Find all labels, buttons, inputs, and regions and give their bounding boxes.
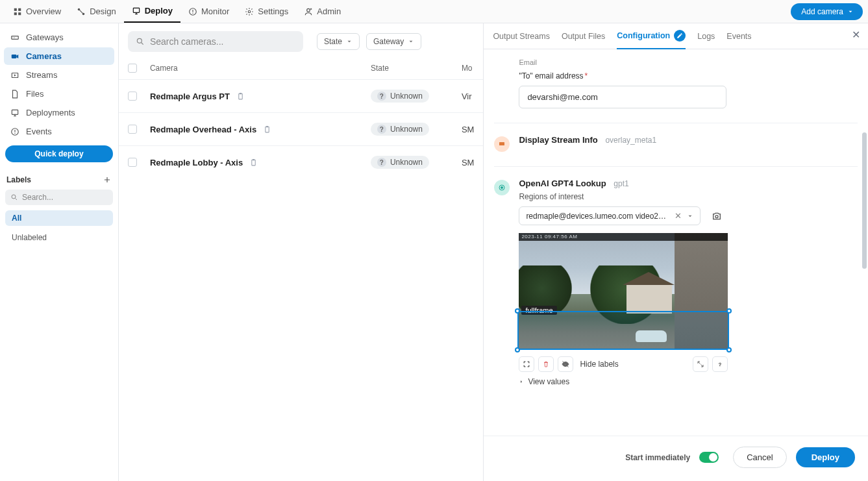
gpt-node-sub: gpt1 bbox=[614, 179, 628, 188]
hide-labels-toggle[interactable] bbox=[558, 356, 573, 372]
select-all-checkbox[interactable] bbox=[128, 64, 137, 73]
roi-preview[interactable]: 2023-11 09:47:56 AM fullframe bbox=[519, 233, 728, 350]
deploy-button[interactable]: Deploy bbox=[796, 447, 855, 467]
quick-deploy-button[interactable]: Quick deploy bbox=[5, 145, 113, 162]
search-cameras-input[interactable]: Search cameras... bbox=[128, 31, 303, 52]
label-all[interactable]: All bbox=[5, 210, 113, 226]
view-values-toggle[interactable]: View values bbox=[519, 377, 858, 386]
chevron-right-icon bbox=[519, 379, 524, 384]
table-row[interactable]: Redmaple Lobby - Axis ? Unknown SM bbox=[119, 145, 484, 179]
cancel-button[interactable]: Cancel bbox=[733, 447, 786, 468]
panel-scrollbar[interactable] bbox=[862, 55, 867, 403]
chevron-down-icon[interactable] bbox=[687, 213, 693, 219]
svg-point-22 bbox=[137, 38, 142, 43]
roi-select[interactable]: redmaple@devices.lumeo.com video23-11-05… bbox=[519, 206, 701, 225]
model-text: SM bbox=[462, 125, 475, 134]
label-unlabeled[interactable]: Unlabeled bbox=[5, 230, 113, 245]
sidebar-item-events[interactable]: Events bbox=[4, 123, 114, 140]
gpt-node-icon bbox=[494, 180, 510, 195]
state-badge: ? Unknown bbox=[371, 90, 429, 103]
filter-state-label: State bbox=[324, 37, 342, 46]
edit-badge-icon bbox=[674, 30, 686, 42]
sidebar-item-gateways[interactable]: Gateways bbox=[4, 29, 114, 46]
deploy-icon bbox=[132, 6, 141, 16]
nav-deploy[interactable]: Deploy bbox=[124, 0, 180, 23]
state-text: Unknown bbox=[390, 125, 423, 134]
svg-point-10 bbox=[249, 10, 251, 13]
tab-events[interactable]: Events bbox=[726, 32, 751, 47]
email-field-label: "To" email address* bbox=[519, 71, 858, 80]
add-camera-button[interactable]: Add camera bbox=[791, 3, 863, 20]
roi-handle-tr[interactable] bbox=[726, 308, 732, 314]
expand-button[interactable] bbox=[693, 356, 708, 372]
gpt-lookup-node: OpenAI GPT4 Lookup gpt1 Regions of inter… bbox=[494, 179, 858, 386]
sidebar-item-streams[interactable]: Streams bbox=[4, 66, 114, 84]
clipboard-icon[interactable] bbox=[263, 125, 271, 134]
tab-output-streams[interactable]: Output Streams bbox=[493, 32, 550, 47]
roi-clear-icon[interactable]: ✕ bbox=[675, 211, 682, 221]
sidebar-item-files[interactable]: Files bbox=[4, 85, 114, 103]
camera-icon bbox=[10, 52, 19, 61]
sidebar-item-cameras[interactable]: Cameras bbox=[4, 47, 114, 65]
tab-configuration[interactable]: Configuration bbox=[617, 30, 686, 49]
roi-rectangle[interactable] bbox=[517, 311, 729, 350]
events-icon bbox=[10, 127, 19, 136]
admin-icon bbox=[304, 7, 313, 16]
nav-deploy-label: Deploy bbox=[145, 6, 173, 16]
svg-rect-6 bbox=[133, 8, 139, 12]
table-row[interactable]: Redmaple Overhead - Axis ? Unknown SM bbox=[119, 112, 484, 145]
svg-text:?: ? bbox=[719, 362, 721, 367]
start-immediately-label: Start immediately bbox=[625, 453, 690, 462]
clipboard-icon[interactable] bbox=[249, 158, 258, 167]
email-input[interactable] bbox=[519, 86, 726, 108]
snapshot-button[interactable] bbox=[708, 208, 725, 225]
nav-admin[interactable]: Admin bbox=[296, 0, 349, 23]
svg-rect-24 bbox=[240, 93, 242, 94]
tab-output-files[interactable]: Output Files bbox=[562, 32, 605, 47]
svg-rect-15 bbox=[12, 55, 17, 58]
nav-monitor[interactable]: Monitor bbox=[180, 0, 237, 23]
sidebar-label-streams: Streams bbox=[26, 70, 57, 80]
state-badge: ? Unknown bbox=[371, 123, 429, 136]
filter-gateway[interactable]: Gateway bbox=[366, 33, 421, 50]
nav-settings[interactable]: Settings bbox=[237, 0, 296, 23]
row-checkbox[interactable] bbox=[128, 125, 137, 134]
fit-button[interactable] bbox=[519, 356, 534, 372]
row-checkbox[interactable] bbox=[128, 92, 137, 101]
question-icon: ? bbox=[377, 92, 386, 101]
labels-search[interactable]: Search... bbox=[5, 190, 113, 205]
svg-rect-25 bbox=[266, 127, 269, 132]
col-camera-label: Camera bbox=[150, 64, 371, 73]
display-node-icon bbox=[494, 136, 510, 152]
svg-rect-1 bbox=[18, 8, 21, 10]
question-icon: ? bbox=[377, 158, 386, 167]
table-row[interactable]: Redmaple Argus PT ? Unknown Vir bbox=[119, 79, 484, 112]
search-icon bbox=[10, 193, 18, 201]
row-checkbox[interactable] bbox=[128, 158, 137, 167]
plus-icon[interactable] bbox=[103, 175, 112, 184]
clipboard-icon[interactable] bbox=[236, 92, 245, 101]
filter-state[interactable]: State bbox=[317, 33, 360, 50]
display-node-sub: overlay_meta1 bbox=[605, 136, 656, 145]
display-node-title: Display Stream Info bbox=[519, 135, 597, 145]
filter-gateway-label: Gateway bbox=[373, 37, 404, 46]
delete-roi-button[interactable] bbox=[538, 356, 554, 372]
start-immediately-toggle[interactable] bbox=[699, 452, 719, 463]
display-stream-node[interactable]: Display Stream Info overlay_meta1 bbox=[494, 135, 858, 152]
sidebar-item-deployments[interactable]: Deployments bbox=[4, 104, 114, 121]
svg-rect-27 bbox=[252, 160, 255, 166]
tab-logs[interactable]: Logs bbox=[697, 32, 715, 47]
roi-handle-bl[interactable] bbox=[515, 347, 520, 352]
settings-icon bbox=[245, 7, 254, 16]
preview-timestamp: 2023-11 09:47:56 AM bbox=[519, 233, 728, 241]
files-icon bbox=[10, 90, 19, 99]
nav-design[interactable]: Design bbox=[69, 0, 123, 23]
nav-overview-label: Overview bbox=[26, 6, 61, 16]
labels-header: Labels bbox=[4, 173, 114, 188]
state-badge: ? Unknown bbox=[371, 156, 429, 169]
gateway-icon bbox=[10, 33, 19, 42]
panel-close-button[interactable]: ✕ bbox=[852, 30, 860, 40]
help-button[interactable]: ? bbox=[712, 356, 728, 372]
roi-handle-br[interactable] bbox=[726, 347, 732, 352]
nav-overview[interactable]: Overview bbox=[5, 0, 69, 23]
